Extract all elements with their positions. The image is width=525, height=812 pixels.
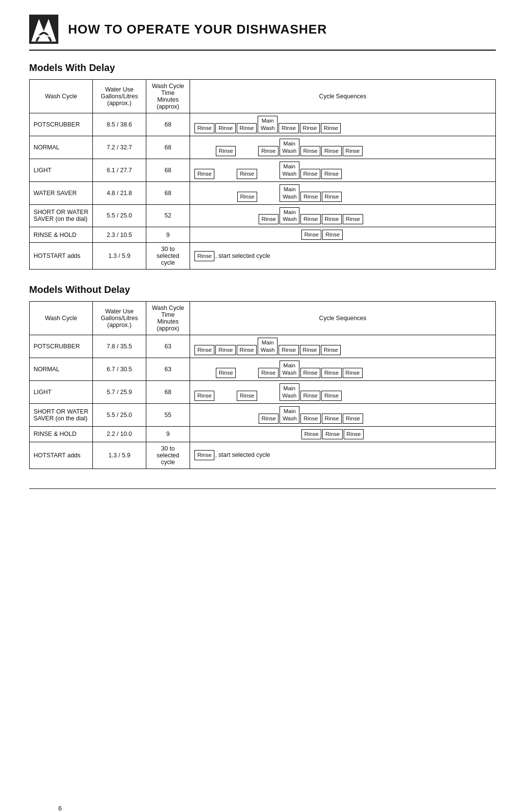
cycle-box: Rinse [321,368,341,378]
row-time: 52 [146,204,190,227]
table-row: HOTSTART adds1.3 / 5.930 toselected cycl… [30,442,496,469]
sequence-cell: RinseRinseRinseMainWashRinseRinseRinse [190,113,496,136]
row-wash-cycle: LIGHT [30,381,93,404]
cycle-box: MainWash [280,361,299,378]
row-time: 63 [146,335,190,358]
cycle-box: Rinse [321,169,341,179]
cycle-box: Rinse [300,214,320,224]
bottom-rule [29,488,496,489]
cycle-box: Rinse [343,214,363,224]
maytag-logo-icon [29,15,58,44]
row-water-use: 1.3 / 5.9 [93,243,146,270]
cycle-box: MainWash [280,184,299,202]
sequence-cell: RinseRinseRinse [190,426,496,442]
row-time: 30 toselected cycle [146,442,190,469]
header-water-use-2: Water UseGallons/Litres(approx.) [93,302,146,335]
cycle-box: Rinse [259,214,279,224]
sequence-cell: RinseRinseMainWashRinseRinse [190,381,496,404]
row-time: 9 [146,426,190,442]
cycle-box: MainWash [280,383,299,401]
cycle-box: MainWash [280,406,299,424]
cycle-box: Rinse [215,345,235,355]
row-wash-cycle: LIGHT [30,159,93,181]
row-time: 68 [146,159,190,181]
cycle-box: Rinse [216,146,236,156]
sequence-cell: RinseRinse [190,227,496,243]
header-cycle-seq: Cycle Sequences [190,80,496,113]
page-title: HOW TO OPERATE YOUR DISHWASHER [68,22,327,37]
cycle-box: Rinse [322,214,342,224]
cycle-box: Rinse [321,123,341,133]
table-row: LIGHT5.7 / 25.968RinseRinseMainWashRinse… [30,381,496,404]
row-wash-cycle: RINSE & HOLD [30,227,93,243]
cycle-box: Rinse [300,368,320,378]
cycle-box: Rinse [322,230,342,240]
row-water-use: 5.7 / 25.9 [93,381,146,404]
cycle-box: Rinse [194,450,214,460]
cycle-box: Rinse [300,414,320,424]
cycle-box: Rinse [194,391,214,401]
row-water-use: 6.1 / 27.7 [93,159,146,181]
cycle-box: Rinse [300,391,320,401]
cycle-box: Rinse [258,368,278,378]
sequence-cell: RinseRinseMainWashRinseRinseRinse [190,358,496,381]
section-without-delay-title: Models Without Delay [29,284,496,295]
sequence-cell: RinseRinseMainWashRinseRinseRinse [190,136,496,159]
cycle-box: MainWash [280,207,299,225]
row-time: 30 toselected cycle [146,243,190,270]
cycle-box: Rinse [194,345,214,355]
row-water-use: 7.2 / 32.7 [93,136,146,159]
cycle-box: Rinse [237,123,257,133]
row-water-use: 2.3 / 10.5 [93,227,146,243]
header-time-2: Wash CycleTimeMinutes(approx) [146,302,190,335]
hotstart-text: , start selected cycle [215,253,270,259]
cycle-box: Rinse [300,169,320,179]
hotstart-text: , start selected cycle [215,451,270,458]
header-time: Wash CycleTimeMinutes(approx) [146,80,190,113]
cycle-box: Rinse [194,169,214,179]
header-wash-cycle: Wash Cycle [30,80,93,113]
header-wash-cycle-2: Wash Cycle [30,302,93,335]
row-wash-cycle: POTSCRUBBER [30,113,93,136]
page-number: 6 [58,805,62,812]
cycle-box: Rinse [259,414,279,424]
row-water-use: 1.3 / 5.9 [93,442,146,469]
cycle-box: Rinse [258,146,278,156]
table-row: NORMAL6.7 / 30.563RinseRinseMainWashRins… [30,358,496,381]
cycle-box: Rinse [322,414,342,424]
row-wash-cycle: SHORT OR WATERSAVER (on the dial) [30,204,93,227]
row-time: 68 [146,113,190,136]
table-row: LIGHT6.1 / 27.768RinseRinseMainWashRinse… [30,159,496,181]
cycle-box: Rinse [344,429,364,439]
cycle-box: Rinse [301,230,321,240]
section-without-delay: Models Without Delay Wash Cycle Water Us… [29,284,496,469]
cycle-box: MainWash [258,338,278,355]
cycle-box: Rinse [279,345,298,355]
sequence-cell: Rinse, start selected cycle [190,243,496,270]
table-row: RINSE & HOLD2.3 / 10.59RinseRinse [30,227,496,243]
section-with-delay: Models With Delay Wash Cycle Water UseGa… [29,62,496,270]
cycle-box: Rinse [322,192,342,202]
table-row: RINSE & HOLD2.2 / 10.09RinseRinseRinse [30,426,496,442]
cycle-box: MainWash [280,139,299,156]
row-wash-cycle: HOTSTART adds [30,442,93,469]
table-row: HOTSTART adds1.3 / 5.930 toselected cycl… [30,243,496,270]
row-wash-cycle: POTSCRUBBER [30,335,93,358]
page-header: HOW TO OPERATE YOUR DISHWASHER [29,15,496,51]
cycle-box: Rinse [301,429,321,439]
row-time: 68 [146,181,190,204]
sequence-cell: RinseMainWashRinseRinse [190,181,496,204]
cycle-box: Rinse [343,368,363,378]
row-time: 68 [146,381,190,404]
sequence-cell: RinseRinseMainWashRinseRinse [190,159,496,181]
table-row: SHORT OR WATERSAVER (on the dial)5.5 / 2… [30,204,496,227]
cycle-box: Rinse [215,123,235,133]
sequence-cell: Rinse, start selected cycle [190,442,496,469]
row-water-use: 8.5 / 38.6 [93,113,146,136]
cycle-box: Rinse [216,368,236,378]
row-water-use: 7.8 / 35.5 [93,335,146,358]
row-time: 63 [146,358,190,381]
row-wash-cycle: SHORT OR WATERSAVER (on the dial) [30,403,93,426]
cycle-box: Rinse [322,429,342,439]
row-wash-cycle: HOTSTART adds [30,243,93,270]
